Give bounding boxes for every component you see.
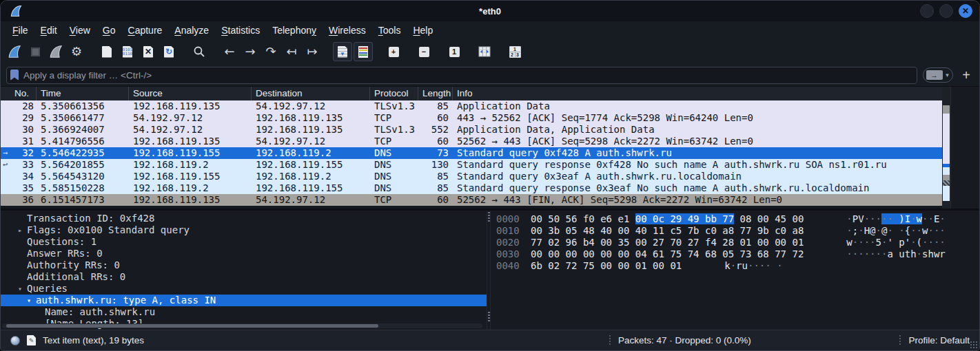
resize-columns-button[interactable] xyxy=(475,42,494,61)
open-file-button[interactable] xyxy=(97,42,116,61)
filter-bar: → ▼ + xyxy=(1,64,979,87)
column-header-destination[interactable]: Destination xyxy=(252,87,370,100)
column-header-length[interactable]: Length xyxy=(418,87,453,100)
selection-status-text: Text item (text), 19 bytes xyxy=(43,335,144,345)
column-header-no[interactable]: No. xyxy=(1,87,37,100)
menu-edit[interactable]: Edit xyxy=(34,25,63,36)
chevron-down-icon: ▼ xyxy=(945,72,950,78)
zoom-in-button[interactable]: + xyxy=(384,42,403,61)
start-capture-button[interactable] xyxy=(5,42,24,61)
capture-comment-icon[interactable]: ✎ xyxy=(27,335,36,345)
stop-capture-button[interactable] xyxy=(25,42,45,61)
packet-row-36[interactable]: 366.151457173192.168.119.13554.192.97.12… xyxy=(1,194,942,206)
display-filter-box[interactable] xyxy=(6,67,917,84)
packet-row-33[interactable]: ↩335.564201855192.168.119.2192.168.119.1… xyxy=(1,159,942,171)
menu-tools[interactable]: Tools xyxy=(372,25,407,36)
zoom-100-button[interactable]: 1 xyxy=(445,42,464,61)
titlebar: *eth0 ✕ xyxy=(1,1,979,21)
column-header-info[interactable]: Info xyxy=(453,87,942,100)
save-file-button[interactable]: 01010110 xyxy=(118,42,137,61)
request-arrow-icon: → xyxy=(3,147,8,159)
packet-list: No.TimeSourceDestinationProtocolLengthIn… xyxy=(1,87,979,209)
column-header-time[interactable]: Time xyxy=(37,87,129,100)
go-to-packet-button[interactable]: ↷ xyxy=(261,42,280,61)
menu-telephony[interactable]: Telephony xyxy=(266,25,323,36)
packet-row-31[interactable]: 315.414796556192.168.119.13554.192.97.12… xyxy=(1,136,942,147)
menu-file[interactable]: File xyxy=(6,25,34,36)
minimize-button[interactable] xyxy=(920,4,934,18)
capture-options-button[interactable]: ⚙ xyxy=(67,42,86,61)
packet-row-34[interactable]: 345.564543120192.168.119.155192.168.119.… xyxy=(1,171,942,182)
column-header-protocol[interactable]: Protocol xyxy=(370,87,418,100)
go-forward-button[interactable]: → xyxy=(241,42,260,61)
detail-row[interactable]: Additional RRs: 0 xyxy=(1,271,487,283)
detail-row[interactable]: Transaction ID: 0xf428 xyxy=(1,213,487,224)
details-horizontal-scrollbar[interactable] xyxy=(2,323,482,328)
packet-row-30[interactable]: 305.36692400754.192.97.12192.168.119.135… xyxy=(1,124,942,136)
hex-row[interactable]: 00406b 02 72 75 00 00 01 00 01k·ru···· · xyxy=(496,260,979,272)
restart-capture-button[interactable] xyxy=(46,42,65,61)
status-bar: ✎ Text item (text), 19 bytes Packets: 47… xyxy=(1,330,979,350)
packet-bytes-pane: 000000 50 56 f0 e6 e1 00 0c 29 49 bb 77 … xyxy=(491,211,979,330)
detail-row[interactable]: ▾auth.shwrk.ru: type A, class IN xyxy=(1,295,487,306)
profile-text[interactable]: Profile: Default xyxy=(908,335,970,345)
packet-list-header: No.TimeSourceDestinationProtocolLengthIn… xyxy=(1,87,942,100)
packet-details-pane: Transaction ID: 0xf428▸Flags: 0x0100 Sta… xyxy=(1,211,487,330)
go-first-packet-button[interactable]: ↤ xyxy=(282,42,301,61)
filter-apply-button[interactable]: → ▼ xyxy=(923,67,953,83)
main-toolbar: ⚙01010110✕↻←→↷↤↦▼+−1123 xyxy=(1,39,979,64)
detail-row[interactable]: ▸Flags: 0x0100 Standard query xyxy=(1,224,487,236)
menu-wireless[interactable]: Wireless xyxy=(323,25,372,36)
layout-button[interactable]: 123 xyxy=(505,42,524,61)
packet-count-text: Packets: 47 · Dropped: 0 (0.0%) xyxy=(618,335,751,345)
detail-row[interactable]: Authority RRs: 0 xyxy=(1,259,487,271)
menu-view[interactable]: View xyxy=(63,25,96,36)
close-file-button[interactable]: ✕ xyxy=(139,42,158,61)
hex-row[interactable]: 001000 3b 05 48 40 00 40 11 c5 7b c0 a8 … xyxy=(496,225,979,237)
filter-bookmark-icon[interactable] xyxy=(10,70,19,81)
resize-grip[interactable] xyxy=(970,341,978,349)
vertical-splitter[interactable] xyxy=(487,211,491,330)
detail-row[interactable]: ▾Queries xyxy=(1,283,487,295)
menubar: FileEditViewGoCaptureAnalyzeStatisticsTe… xyxy=(1,21,979,39)
column-header-source[interactable]: Source xyxy=(129,87,252,100)
packet-row-28[interactable]: 285.350661356192.168.119.13554.192.97.12… xyxy=(1,100,942,112)
detail-row[interactable]: Answer RRs: 0 xyxy=(1,248,487,259)
expander-down-icon[interactable]: ▾ xyxy=(18,283,22,295)
detail-row[interactable]: Name: auth.shwrk.ru xyxy=(1,306,487,318)
response-arrow-icon: ↩ xyxy=(3,159,8,171)
maximize-button[interactable] xyxy=(939,4,953,18)
close-button[interactable]: ✕ xyxy=(959,4,972,18)
find-packet-button[interactable] xyxy=(190,42,209,61)
display-filter-input[interactable] xyxy=(23,70,917,81)
window-title: *eth0 xyxy=(1,6,979,17)
zoom-out-button[interactable]: − xyxy=(414,42,433,61)
statusbar-separator xyxy=(609,335,611,346)
reload-file-button[interactable]: ↻ xyxy=(159,42,178,61)
packet-list-gutter xyxy=(950,87,979,209)
packet-list-body: 285.350661356192.168.119.13554.192.97.12… xyxy=(1,100,942,209)
go-last-packet-button[interactable]: ↦ xyxy=(303,42,322,61)
detail-row[interactable]: Questions: 1 xyxy=(1,236,487,248)
menu-capture[interactable]: Capture xyxy=(122,25,169,36)
auto-scroll-button[interactable]: ▼ xyxy=(333,42,352,61)
statusbar-separator xyxy=(899,335,901,346)
hex-row[interactable]: 002077 02 96 b4 00 35 00 27 70 27 f4 28 … xyxy=(496,237,979,248)
hex-row[interactable]: 000000 50 56 f0 e6 e1 00 0c 29 49 bb 77 … xyxy=(496,213,979,225)
hex-row[interactable]: 003000 00 00 00 00 00 04 61 75 74 68 05 … xyxy=(496,248,979,260)
menu-go[interactable]: Go xyxy=(96,25,122,36)
expander-down-icon[interactable]: ▾ xyxy=(27,295,31,306)
packet-row-32[interactable]: →325.546422935192.168.119.155192.168.119… xyxy=(1,147,942,159)
menu-help[interactable]: Help xyxy=(407,25,439,36)
packet-row-35[interactable]: 355.585150228192.168.119.2192.168.119.15… xyxy=(1,182,942,194)
go-back-button[interactable]: ← xyxy=(220,42,239,61)
packet-row-29[interactable]: 295.35066147754.192.97.12192.168.119.135… xyxy=(1,112,942,124)
expander-right-icon[interactable]: ▸ xyxy=(18,224,22,236)
colorize-button[interactable] xyxy=(354,42,373,61)
menu-analyze[interactable]: Analyze xyxy=(168,25,215,36)
menu-statistics[interactable]: Statistics xyxy=(215,25,266,36)
add-filter-button[interactable]: + xyxy=(959,67,974,83)
packet-list-scrollbar[interactable] xyxy=(942,87,950,209)
expert-info-icon[interactable] xyxy=(10,336,20,345)
apply-arrow-icon: → xyxy=(926,70,943,80)
